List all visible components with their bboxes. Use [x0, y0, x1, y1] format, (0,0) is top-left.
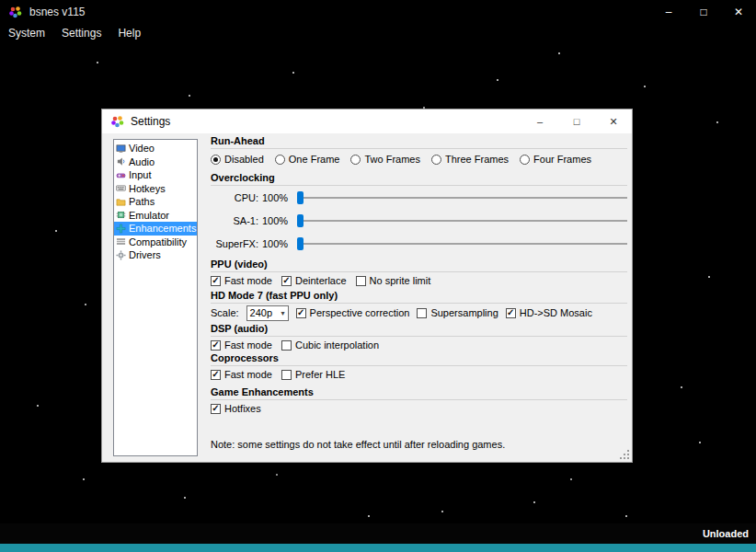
- menu-settings[interactable]: Settings: [53, 24, 109, 42]
- hd-mode7-options: Scale: 240p ▾ Perspective correction Sup…: [211, 305, 627, 321]
- minimize-icon[interactable]: –: [651, 0, 686, 24]
- dialog-close-icon[interactable]: ✕: [595, 109, 632, 133]
- scale-dropdown-value: 240p: [250, 307, 272, 318]
- checkbox[interactable]: [356, 276, 366, 286]
- maximize-icon[interactable]: □: [686, 0, 721, 24]
- sidebar-item-label: Video: [129, 143, 155, 154]
- ppu-no-sprite-limit[interactable]: No sprite limit: [356, 275, 431, 286]
- radio-button[interactable]: [431, 155, 441, 165]
- settings-category-list: Video Audio Input Hotkeys Paths Emulator…: [113, 139, 198, 456]
- window-title: bsnes v115: [29, 6, 86, 18]
- menu-help[interactable]: Help: [109, 24, 149, 42]
- menu-bar: System Settings Help: [0, 24, 756, 42]
- menu-system[interactable]: System: [0, 24, 53, 42]
- dialog-minimize-icon[interactable]: –: [521, 109, 558, 133]
- resize-grip[interactable]: [619, 449, 630, 460]
- slider-thumb[interactable]: [297, 237, 304, 250]
- perspective-correction[interactable]: Perspective correction: [296, 307, 410, 318]
- radio-button[interactable]: [520, 155, 530, 165]
- radio-button[interactable]: [350, 155, 361, 165]
- sidebar-item-label: Emulator: [129, 210, 169, 221]
- main-titlebar: bsnes v115 – □ ✕: [0, 0, 756, 24]
- gamepad-icon: [116, 170, 126, 180]
- section-header-run-ahead: Run-Ahead: [211, 135, 627, 149]
- superfx-value: 100%: [262, 238, 293, 249]
- checkbox[interactable]: [281, 276, 292, 286]
- monitor-icon: [116, 144, 126, 154]
- slider-track[interactable]: [297, 197, 627, 199]
- radio-one-frame[interactable]: One Frame: [275, 154, 340, 165]
- checkbox-label: Fast mode: [224, 275, 272, 286]
- checkbox[interactable]: [506, 308, 516, 318]
- radio-two-frames[interactable]: Two Frames: [350, 154, 420, 165]
- slider-track[interactable]: [297, 243, 627, 245]
- scale-dropdown[interactable]: 240p ▾: [246, 305, 289, 321]
- sidebar-item-audio[interactable]: Audio: [114, 155, 197, 169]
- cubic-interpolation[interactable]: Cubic interpolation: [281, 339, 379, 351]
- sidebar-item-video[interactable]: Video: [114, 142, 197, 155]
- sidebar-item-enhancements[interactable]: Enhancements: [114, 222, 197, 236]
- sidebar-item-label: Drivers: [129, 249, 161, 260]
- taskbar-strip: [0, 544, 756, 552]
- radio-three-frames[interactable]: Three Frames: [431, 154, 509, 165]
- window-controls: – □ ✕: [651, 0, 756, 24]
- slider-track[interactable]: [297, 220, 627, 222]
- plus-icon: [116, 224, 126, 234]
- dialog-titlebar: Settings – □ ✕: [102, 109, 632, 133]
- dialog-window-controls: – □ ✕: [521, 109, 632, 133]
- sidebar-item-hotkeys[interactable]: Hotkeys: [114, 182, 197, 196]
- hd-sd-mosaic[interactable]: HD->SD Mosaic: [506, 307, 592, 318]
- radio-four-frames[interactable]: Four Frames: [520, 154, 591, 165]
- close-icon[interactable]: ✕: [721, 0, 756, 24]
- checkbox[interactable]: [211, 276, 221, 286]
- folder-icon: [116, 197, 126, 207]
- keyboard-icon: [116, 183, 126, 193]
- checkbox-label: HD->SD Mosaic: [520, 307, 592, 318]
- run-ahead-options: Disabled One Frame Two Frames Three Fram…: [211, 152, 627, 167]
- section-header-dsp: DSP (audio): [211, 323, 627, 337]
- dialog-maximize-icon[interactable]: □: [558, 109, 595, 133]
- gear-icon: [116, 250, 126, 260]
- checkbox[interactable]: [211, 370, 221, 380]
- enhancements-panel: Run-Ahead Disabled One Frame Two Frames …: [211, 133, 627, 454]
- sidebar-item-compatibility[interactable]: Compatibility: [114, 236, 197, 249]
- section-header-coprocessors: Coprocessors: [211, 352, 627, 366]
- sidebar-item-label: Input: [129, 169, 151, 180]
- sidebar-item-label: Paths: [129, 196, 155, 207]
- bsnes-app-icon: [8, 5, 23, 19]
- checkbox[interactable]: [281, 340, 292, 351]
- radio-disabled[interactable]: Disabled: [211, 154, 264, 165]
- ppu-fast-mode[interactable]: Fast mode: [211, 275, 272, 286]
- radio-button[interactable]: [211, 155, 221, 165]
- chip-icon: [116, 210, 126, 220]
- coprocessor-fast-mode[interactable]: Fast mode: [211, 369, 272, 380]
- sidebar-item-input[interactable]: Input: [114, 168, 197, 182]
- slider-thumb[interactable]: [297, 214, 304, 227]
- checkbox[interactable]: [417, 308, 427, 318]
- sa1-slider[interactable]: [297, 212, 627, 230]
- checkbox[interactable]: [211, 340, 221, 351]
- hotfixes[interactable]: Hotfixes: [211, 403, 261, 414]
- sidebar-item-drivers[interactable]: Drivers: [114, 248, 197, 262]
- scale-label: Scale:: [211, 307, 239, 318]
- checkbox-label: Fast mode: [224, 339, 272, 351]
- sa1-label: SA-1:: [211, 215, 258, 226]
- radio-button[interactable]: [275, 155, 285, 165]
- sidebar-item-paths[interactable]: Paths: [114, 195, 197, 209]
- radio-label: Three Frames: [445, 154, 509, 165]
- section-header-hd-mode7: HD Mode 7 (fast PPU only): [211, 290, 627, 304]
- checkbox[interactable]: [296, 308, 306, 318]
- superfx-slider[interactable]: [297, 235, 627, 253]
- checkbox[interactable]: [281, 370, 292, 380]
- slider-thumb[interactable]: [297, 191, 304, 204]
- sidebar-item-emulator[interactable]: Emulator: [114, 209, 197, 223]
- checkbox[interactable]: [211, 404, 221, 414]
- prefer-hle[interactable]: Prefer HLE: [281, 369, 345, 380]
- supersampling[interactable]: Supersampling: [417, 307, 498, 318]
- cpu-slider[interactable]: [297, 189, 627, 207]
- ppu-deinterlace[interactable]: Deinterlace: [281, 275, 347, 286]
- coprocessor-options: Fast mode Prefer HLE: [211, 367, 627, 382]
- superfx-slider-row: SuperFX: 100%: [211, 235, 627, 253]
- dsp-fast-mode[interactable]: Fast mode: [211, 339, 272, 351]
- checkbox-label: Perspective correction: [310, 307, 410, 318]
